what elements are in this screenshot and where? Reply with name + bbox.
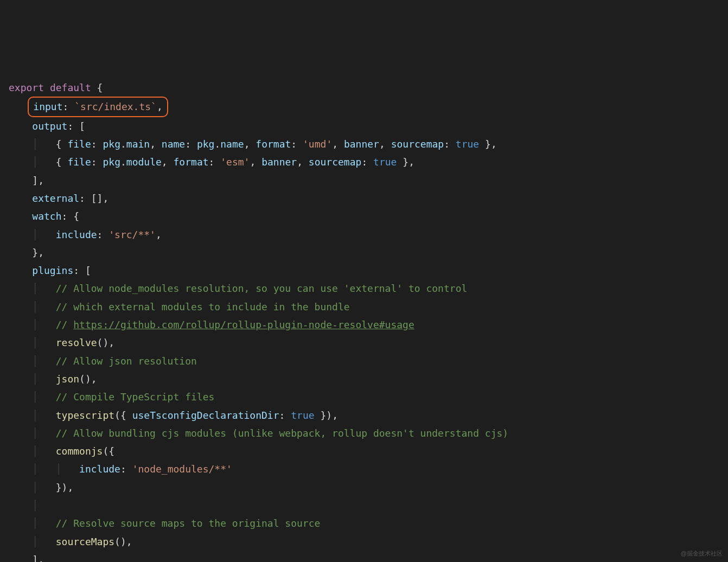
brace-open: { [91, 82, 103, 93]
keyword-default: default [50, 82, 91, 93]
watermark: @掘金技术社区 [681, 548, 723, 559]
prop-watch: watch [32, 210, 61, 222]
comment: // https://github.com/rollup/rollup-plug… [56, 319, 414, 330]
fn-resolve: resolve [56, 337, 97, 348]
comment-link[interactable]: https://github.com/rollup/rollup-plugin-… [73, 319, 414, 330]
input-value: `src/index.ts` [74, 101, 157, 112]
prop-input: input [33, 101, 62, 112]
comment: // which external modules to include in … [56, 301, 350, 312]
fn-commonjs: commonjs [56, 445, 103, 457]
highlighted-input-property: input: `src/index.ts`, [28, 97, 168, 117]
comment: // Resolve source maps to the original s… [56, 518, 321, 529]
prop-plugins: plugins [32, 265, 73, 276]
code-block[interactable]: export default { input: `src/index.ts`, … [9, 79, 719, 562]
fn-sourcemaps: sourceMaps [56, 536, 114, 547]
prop-output: output [32, 120, 67, 132]
fn-typescript: typescript [56, 410, 114, 421]
prop-external: external [32, 193, 79, 204]
comment: // Allow bundling cjs modules (unlike we… [56, 427, 508, 439]
comment: // Compile TypeScript files [56, 391, 215, 403]
comment: // Allow node_modules resolution, so you… [56, 283, 468, 294]
fn-json: json [56, 373, 79, 385]
comment: // Allow json resolution [56, 355, 197, 367]
keyword-export: export [9, 82, 44, 93]
